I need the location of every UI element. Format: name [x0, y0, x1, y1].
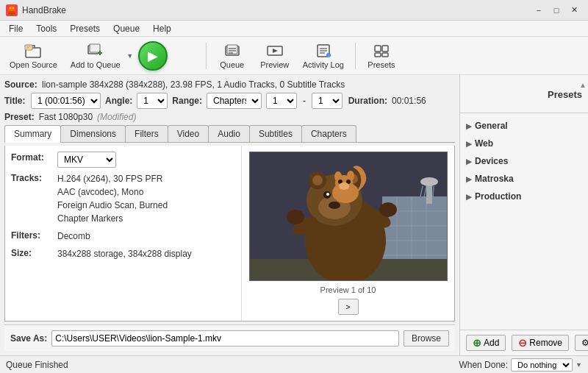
preview-button[interactable]: Preview [255, 40, 295, 72]
source-value: lion-sample 384x288 (384x288), 23.98 FPS… [42, 79, 345, 90]
preset-row: Preset: Fast 1080p30 (Modified) [4, 112, 455, 122]
maximize-button[interactable]: □ [548, 3, 564, 18]
open-source-label: Open Source [10, 60, 57, 69]
web-label: Web [475, 138, 493, 149]
menu-file[interactable]: File [3, 21, 29, 36]
remove-preset-label: Remove [529, 338, 562, 348]
toolbar: 📂 Open Source Add to Queue ▼ ▶ Start Enc… [0, 37, 588, 75]
remove-preset-icon: ⊖ [518, 337, 527, 349]
add-to-queue-split: Add to Queue ▼ [65, 40, 135, 72]
duration-value: 00:01:56 [392, 96, 426, 106]
tabs-bar: Summary Dimensions Filters Video Audio S… [4, 125, 455, 143]
saveas-input[interactable] [51, 330, 399, 347]
browse-button[interactable]: Browse [404, 330, 449, 347]
statusbar: Queue Finished When Done: Do nothing Shu… [0, 355, 588, 373]
preset-group-general-header[interactable]: ▶ General [466, 119, 582, 132]
svg-point-48 [326, 193, 329, 196]
preview-next-button[interactable]: > [338, 299, 359, 315]
menu-queue[interactable]: Queue [107, 21, 146, 36]
menu-help[interactable]: Help [147, 21, 177, 36]
separator-2 [355, 43, 356, 69]
tab-video[interactable]: Video [168, 125, 209, 142]
remove-preset-button[interactable]: ⊖ Remove [512, 335, 569, 351]
summary-panel: Format: MKV MP4 Tracks: H.264 (x264), 30… [5, 146, 241, 321]
range-label: Range: [172, 96, 202, 106]
add-to-queue-button[interactable]: Add to Queue [65, 40, 125, 72]
tab-subtitles[interactable]: Subtitles [249, 125, 302, 142]
size-value: 384x288 storage, 384x288 display [57, 247, 192, 260]
minimize-button[interactable]: − [531, 3, 547, 18]
add-queue-icon [87, 43, 104, 59]
range-type-select[interactable]: Chapters [207, 93, 262, 109]
start-encode-button[interactable]: ▶ [138, 41, 168, 71]
source-label: Source: [4, 79, 37, 90]
separator-1 [206, 43, 207, 69]
options-preset-button[interactable]: ⚙ Options [575, 335, 588, 351]
presets-header: Presets ▲ [460, 75, 588, 113]
svg-point-63 [420, 177, 438, 186]
matroska-chevron: ▶ [466, 175, 472, 183]
svg-rect-8 [90, 44, 100, 52]
track-line-3: Foreign Audio Scan, Burned [57, 199, 168, 212]
format-select[interactable]: MKV MP4 [57, 152, 116, 168]
open-source-icon: 📂 [24, 43, 42, 59]
filters-value: Decomb [57, 230, 90, 243]
close-button[interactable]: ✕ [566, 3, 582, 18]
svg-point-2 [10, 7, 12, 9]
activity-log-button[interactable]: i Activity Log [298, 40, 349, 72]
add-to-queue-dropdown[interactable]: ▼ [125, 40, 135, 72]
range-end-select[interactable]: 1 [312, 93, 343, 109]
titlebar: HandBrake − □ ✕ [0, 0, 588, 21]
bottom-toolbar: Save As: Browse [4, 324, 455, 351]
queue-button[interactable]: Queue [212, 40, 252, 72]
saveas-label: Save As: [10, 333, 47, 344]
preset-group-devices-header[interactable]: ▶ Devices [466, 154, 582, 168]
angle-select[interactable]: 1 [137, 93, 168, 109]
start-encode-label-below: Start Encode [171, 40, 200, 72]
devices-chevron: ▶ [466, 157, 472, 166]
open-source-button[interactable]: 📂 Open Source [4, 40, 62, 72]
menubar: File Tools Presets Queue Help [0, 21, 588, 37]
svg-point-58 [347, 171, 354, 181]
menu-tools[interactable]: Tools [30, 21, 62, 36]
preset-group-general: ▶ General [460, 116, 588, 134]
preview-icon [266, 43, 284, 59]
svg-rect-27 [382, 53, 388, 57]
svg-rect-25 [382, 46, 388, 51]
svg-rect-24 [375, 46, 381, 51]
tab-filters[interactable]: Filters [125, 125, 168, 142]
tab-chapters[interactable]: Chapters [301, 125, 356, 142]
activity-log-label: Activity Log [303, 60, 344, 69]
svg-point-3 [12, 7, 15, 9]
queue-icon [223, 43, 241, 59]
size-label: Size: [11, 247, 51, 258]
when-done-select[interactable]: Do nothing Shutdown Hibernate Suspend Lo… [511, 358, 573, 372]
tab-dimensions[interactable]: Dimensions [60, 125, 126, 142]
presets-button[interactable]: Presets [362, 40, 401, 72]
preset-group-matroska-header[interactable]: ▶ Matroska [466, 172, 582, 185]
svg-point-50 [329, 202, 340, 209]
track-line-2: AAC (avcodec), Mono [57, 185, 168, 199]
source-row: Source: lion-sample 384x288 (384x288), 2… [4, 79, 455, 90]
tracks-value: H.264 (x264), 30 FPS PFR AAC (avcodec), … [57, 172, 168, 225]
when-done-label: When Done: [459, 360, 508, 370]
range-start-select[interactable]: 1 [266, 93, 297, 109]
add-preset-button[interactable]: ⊕ Add [466, 335, 506, 351]
presets-toolbar-label: Presets [368, 60, 395, 69]
preview-nav: > [338, 299, 359, 315]
svg-point-1 [8, 11, 15, 15]
when-done-dropdown-icon: ▼ [576, 361, 582, 369]
range-separator: - [303, 96, 306, 106]
preset-group-production-header[interactable]: ▶ Production [466, 190, 582, 203]
angle-label: Angle: [105, 96, 132, 106]
svg-point-54 [379, 202, 397, 217]
preset-group-web-header[interactable]: ▶ Web [466, 137, 582, 150]
title-select[interactable]: 1 (00:01:56) [31, 93, 101, 109]
general-label: General [475, 121, 508, 131]
menu-presets[interactable]: Presets [64, 21, 106, 36]
svg-marker-17 [273, 49, 278, 53]
presets-scroll-indicator: ▲ [579, 81, 587, 89]
tab-audio[interactable]: Audio [208, 125, 250, 142]
app-title: HandBrake [22, 5, 66, 15]
tab-summary[interactable]: Summary [4, 125, 61, 143]
